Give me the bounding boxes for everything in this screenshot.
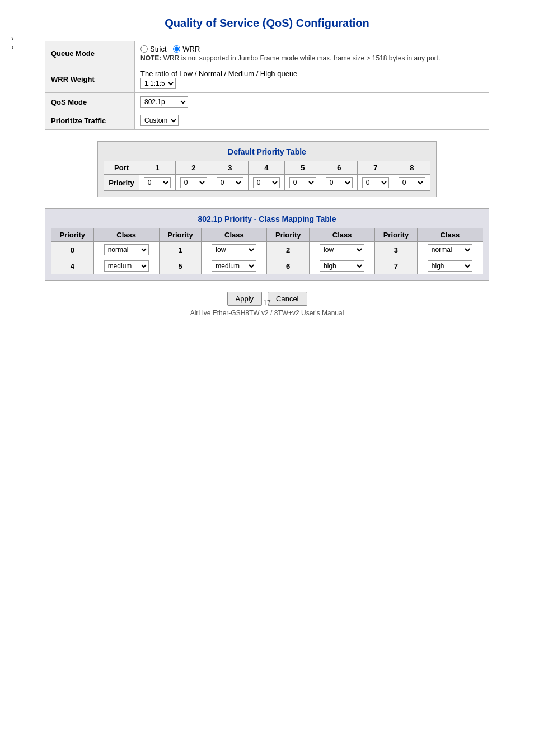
priority-port-4-select[interactable]: 01234567: [253, 177, 280, 188]
map-c4-r2: lownormalmediumhigh: [417, 258, 483, 274]
wrr-label: WRR: [182, 45, 200, 53]
wrr-radio[interactable]: [173, 45, 180, 53]
config-table: Queue Mode Strict WRR NOTE: WRR is not s…: [45, 41, 489, 130]
priority-port-6-select[interactable]: 01234567: [326, 177, 353, 188]
queue-mode-note: NOTE: WRR is not supported in Jumbo Fram…: [140, 54, 483, 62]
map-c1-r1: lownormalmediumhigh: [93, 242, 159, 258]
map-header-class-3: Class: [310, 228, 375, 242]
mapping-row-1: 0 lownormalmediumhigh 1 lownormalmediumh…: [51, 242, 483, 258]
map-header-class-1: Class: [93, 228, 159, 242]
class-select-p3[interactable]: lownormalmediumhigh: [428, 244, 472, 255]
page-title: Quality of Service (QoS) Configuration: [45, 17, 489, 30]
prioritize-traffic-cell: Custom Default: [135, 111, 489, 130]
priority-port-6-cell: 01234567: [321, 175, 357, 191]
mapping-table-outer: 802.1p Priority - Class Mapping Table Pr…: [45, 208, 489, 281]
map-header-priority-1: Priority: [51, 228, 94, 242]
priority-port-1-select[interactable]: 01234567: [144, 177, 171, 188]
map-p3-r1: 2: [267, 242, 310, 258]
port-3: 3: [212, 161, 248, 175]
page-number: 17: [0, 299, 534, 307]
strict-radio[interactable]: [140, 45, 148, 53]
default-priority-title: Default Priority Table: [104, 147, 430, 156]
priority-table-outer: Default Priority Table Port 1 2 3 4 5 6 …: [97, 141, 437, 197]
note-bold: NOTE:: [140, 54, 161, 62]
map-header-priority-4: Priority: [375, 228, 418, 242]
mapping-table: Priority Class Priority Class Priority C…: [51, 228, 483, 274]
priority-port-5-select[interactable]: 01234567: [289, 177, 316, 188]
class-select-p2[interactable]: lownormalmediumhigh: [320, 244, 364, 255]
qos-mode-select[interactable]: 802.1p DSCP Port-based: [140, 96, 188, 108]
page-footer: 17 AirLive Ether-GSH8TW v2 / 8TW+v2 User…: [0, 299, 534, 317]
map-c2-r2: lownormalmediumhigh: [202, 258, 267, 274]
priority-port-8-select[interactable]: 01234567: [399, 177, 425, 188]
map-header-class-2: Class: [202, 228, 267, 242]
strict-label: Strict: [150, 45, 167, 53]
priority-port-3-cell: 01234567: [212, 175, 248, 191]
port-header: Port: [104, 161, 139, 175]
prioritize-traffic-select[interactable]: Custom Default: [140, 115, 179, 126]
priority-port-1-cell: 01234567: [139, 175, 175, 191]
map-c1-r2: lownormalmediumhigh: [93, 258, 159, 274]
map-c4-r1: lownormalmediumhigh: [417, 242, 483, 258]
map-header-priority-2: Priority: [159, 228, 202, 242]
class-select-p7[interactable]: lownormalmediumhigh: [428, 260, 472, 272]
class-select-p5[interactable]: lownormalmediumhigh: [212, 260, 256, 272]
wrr-weight-label: WRR Weight: [45, 66, 135, 93]
class-select-p6[interactable]: lownormalmediumhigh: [320, 260, 364, 272]
port-6: 6: [321, 161, 357, 175]
port-4: 4: [248, 161, 284, 175]
map-header-class-4: Class: [417, 228, 483, 242]
queue-mode-cell: Strict WRR NOTE: WRR is not supported in…: [135, 41, 489, 66]
port-5: 5: [284, 161, 321, 175]
nav-arrows: ››: [11, 34, 14, 52]
map-p4-r1: 3: [375, 242, 418, 258]
class-select-p4[interactable]: lownormalmediumhigh: [104, 260, 149, 272]
map-header-priority-3: Priority: [267, 228, 310, 242]
wrr-weight-cell: The ratio of Low / Normal / Medium / Hig…: [135, 66, 489, 93]
map-p4-r2: 7: [375, 258, 418, 274]
mapping-row-2: 4 lownormalmediumhigh 5 lownormalmediumh…: [51, 258, 483, 274]
qos-mode-cell: 802.1p DSCP Port-based: [135, 93, 489, 111]
priority-port-4-cell: 01234567: [248, 175, 284, 191]
priority-port-7-cell: 01234567: [357, 175, 394, 191]
priority-table: Port 1 2 3 4 5 6 7 8 Priority: [104, 161, 430, 191]
qos-mode-label: QoS Mode: [45, 93, 135, 111]
wrr-weight-text: The ratio of Low / Normal / Medium / Hig…: [140, 69, 483, 78]
mapping-table-title: 802.1p Priority - Class Mapping Table: [51, 214, 483, 223]
note-content: WRR is not supported in Jumbo Frame mode…: [163, 54, 441, 62]
port-2: 2: [175, 161, 212, 175]
port-1: 1: [139, 161, 175, 175]
map-c2-r1: lownormalmediumhigh: [202, 242, 267, 258]
priority-port-7-select[interactable]: 01234567: [362, 177, 389, 188]
priority-row-label: Priority: [104, 175, 139, 191]
port-7: 7: [357, 161, 394, 175]
priority-port-2-select[interactable]: 01234567: [180, 177, 207, 188]
map-c3-r1: lownormalmediumhigh: [310, 242, 375, 258]
map-p2-r1: 1: [159, 242, 202, 258]
manual-text: AirLive Ether-GSH8TW v2 / 8TW+v2 User's …: [190, 309, 344, 317]
prioritize-traffic-label: Prioritize Traffic: [45, 111, 135, 130]
default-priority-section: Default Priority Table Port 1 2 3 4 5 6 …: [45, 141, 489, 197]
priority-port-8-cell: 01234567: [394, 175, 430, 191]
queue-mode-label: Queue Mode: [45, 41, 135, 66]
map-c3-r2: lownormalmediumhigh: [310, 258, 375, 274]
port-8: 8: [394, 161, 430, 175]
wrr-weight-select[interactable]: 1:1:1:5 1:1:2:4 1:2:4:8: [140, 78, 176, 89]
map-p1-r1: 0: [51, 242, 94, 258]
priority-port-3-select[interactable]: 01234567: [217, 177, 243, 188]
priority-port-2-cell: 01234567: [175, 175, 212, 191]
class-select-p1[interactable]: lownormalmediumhigh: [212, 244, 256, 255]
map-p2-r2: 5: [159, 258, 202, 274]
map-p3-r2: 6: [267, 258, 310, 274]
priority-port-5-cell: 01234567: [284, 175, 321, 191]
class-select-p0[interactable]: lownormalmediumhigh: [104, 244, 149, 255]
map-p1-r2: 4: [51, 258, 94, 274]
